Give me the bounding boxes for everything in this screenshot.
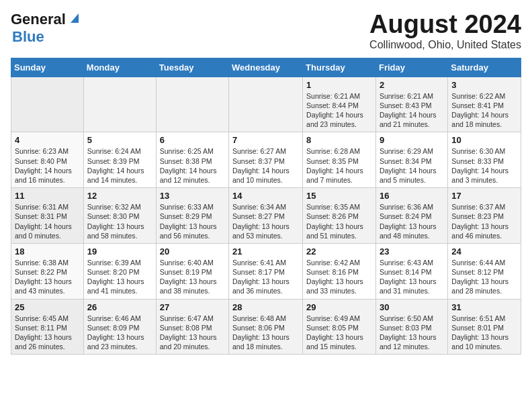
calendar-cell: 27Sunrise: 6:47 AM Sunset: 8:08 PM Dayli… — [156, 299, 228, 355]
calendar-cell: 22Sunrise: 6:42 AM Sunset: 8:16 PM Dayli… — [303, 243, 376, 299]
day-number: 23 — [380, 246, 444, 257]
day-info: Sunrise: 6:37 AM Sunset: 8:23 PM Dayligh… — [451, 202, 517, 240]
day-info: Sunrise: 6:49 AM Sunset: 8:05 PM Dayligh… — [306, 314, 372, 352]
week-row-2: 4Sunrise: 6:23 AM Sunset: 8:40 PM Daylig… — [11, 132, 521, 188]
header-sunday: Sunday — [11, 58, 84, 77]
day-number: 25 — [15, 302, 80, 312]
day-number: 2 — [380, 80, 444, 90]
week-row-1: 1Sunrise: 6:21 AM Sunset: 8:44 PM Daylig… — [11, 77, 521, 132]
header-friday: Friday — [375, 58, 447, 77]
day-info: Sunrise: 6:23 AM Sunset: 8:40 PM Dayligh… — [15, 146, 80, 185]
calendar-cell: 4Sunrise: 6:23 AM Sunset: 8:40 PM Daylig… — [11, 132, 84, 188]
day-info: Sunrise: 6:24 AM Sunset: 8:39 PM Dayligh… — [87, 146, 152, 185]
day-number: 27 — [160, 302, 225, 312]
calendar-cell: 19Sunrise: 6:39 AM Sunset: 8:20 PM Dayli… — [83, 243, 156, 299]
calendar-cell: 16Sunrise: 6:36 AM Sunset: 8:24 PM Dayli… — [375, 188, 447, 244]
calendar-cell: 17Sunrise: 6:37 AM Sunset: 8:23 PM Dayli… — [448, 188, 521, 244]
day-number: 14 — [232, 191, 299, 201]
day-number: 5 — [87, 135, 152, 145]
day-number: 3 — [451, 80, 517, 90]
calendar-cell: 31Sunrise: 6:51 AM Sunset: 8:01 PM Dayli… — [448, 299, 521, 355]
calendar-cell: 25Sunrise: 6:45 AM Sunset: 8:11 PM Dayli… — [11, 299, 84, 355]
calendar-cell: 7Sunrise: 6:27 AM Sunset: 8:37 PM Daylig… — [229, 132, 303, 188]
day-info: Sunrise: 6:47 AM Sunset: 8:08 PM Dayligh… — [160, 314, 225, 352]
day-number: 7 — [232, 135, 299, 145]
day-info: Sunrise: 6:39 AM Sunset: 8:20 PM Dayligh… — [87, 258, 152, 296]
day-number: 11 — [15, 191, 80, 201]
week-row-4: 18Sunrise: 6:38 AM Sunset: 8:22 PM Dayli… — [11, 243, 521, 299]
calendar-subtitle: Collinwood, Ohio, United States — [369, 39, 521, 51]
day-info: Sunrise: 6:34 AM Sunset: 8:27 PM Dayligh… — [232, 202, 299, 240]
day-number: 31 — [451, 302, 517, 312]
day-number: 19 — [87, 246, 152, 257]
calendar-cell: 2Sunrise: 6:21 AM Sunset: 8:43 PM Daylig… — [375, 77, 447, 132]
day-number: 29 — [306, 302, 372, 312]
calendar-cell: 30Sunrise: 6:50 AM Sunset: 8:03 PM Dayli… — [375, 299, 447, 355]
calendar-cell: 5Sunrise: 6:24 AM Sunset: 8:39 PM Daylig… — [83, 132, 156, 188]
day-number: 4 — [15, 135, 80, 145]
day-info: Sunrise: 6:25 AM Sunset: 8:38 PM Dayligh… — [160, 146, 225, 185]
logo: General Blue — [11, 11, 81, 46]
day-info: Sunrise: 6:27 AM Sunset: 8:37 PM Dayligh… — [232, 146, 299, 185]
day-info: Sunrise: 6:45 AM Sunset: 8:11 PM Dayligh… — [15, 314, 80, 352]
day-info: Sunrise: 6:29 AM Sunset: 8:34 PM Dayligh… — [380, 146, 444, 185]
calendar-cell — [11, 77, 84, 132]
calendar-cell: 13Sunrise: 6:33 AM Sunset: 8:29 PM Dayli… — [156, 188, 228, 244]
calendar-cell: 23Sunrise: 6:43 AM Sunset: 8:14 PM Dayli… — [375, 243, 447, 299]
day-info: Sunrise: 6:30 AM Sunset: 8:33 PM Dayligh… — [451, 146, 517, 185]
header-row: SundayMondayTuesdayWednesdayThursdayFrid… — [11, 58, 521, 77]
calendar-cell: 12Sunrise: 6:32 AM Sunset: 8:30 PM Dayli… — [83, 188, 156, 244]
day-number: 9 — [380, 135, 444, 145]
calendar-cell — [83, 77, 156, 132]
logo-icon — [66, 11, 81, 26]
day-info: Sunrise: 6:28 AM Sunset: 8:35 PM Dayligh… — [306, 146, 372, 185]
day-number: 1 — [306, 80, 372, 90]
day-number: 6 — [160, 135, 225, 145]
header-saturday: Saturday — [448, 58, 521, 77]
day-info: Sunrise: 6:40 AM Sunset: 8:19 PM Dayligh… — [160, 258, 225, 296]
day-info: Sunrise: 6:31 AM Sunset: 8:31 PM Dayligh… — [15, 202, 80, 240]
header-monday: Monday — [83, 58, 156, 77]
calendar-title: August 2024 — [369, 11, 521, 39]
day-number: 30 — [380, 302, 444, 312]
day-number: 13 — [160, 191, 225, 201]
day-number: 28 — [232, 302, 299, 312]
page-header: General Blue August 2024 Collinwood, Ohi… — [11, 11, 521, 51]
calendar-cell: 10Sunrise: 6:30 AM Sunset: 8:33 PM Dayli… — [448, 132, 521, 188]
day-number: 22 — [306, 246, 372, 257]
day-number: 15 — [306, 191, 372, 201]
calendar-cell: 3Sunrise: 6:22 AM Sunset: 8:41 PM Daylig… — [448, 77, 521, 132]
day-info: Sunrise: 6:44 AM Sunset: 8:12 PM Dayligh… — [451, 258, 517, 296]
calendar-cell: 1Sunrise: 6:21 AM Sunset: 8:44 PM Daylig… — [303, 77, 376, 132]
svg-marker-0 — [71, 13, 79, 23]
day-info: Sunrise: 6:46 AM Sunset: 8:09 PM Dayligh… — [87, 314, 152, 352]
week-row-5: 25Sunrise: 6:45 AM Sunset: 8:11 PM Dayli… — [11, 299, 521, 355]
calendar-cell: 24Sunrise: 6:44 AM Sunset: 8:12 PM Dayli… — [448, 243, 521, 299]
logo-text-blue: Blue — [12, 28, 44, 45]
day-info: Sunrise: 6:43 AM Sunset: 8:14 PM Dayligh… — [380, 258, 444, 296]
calendar-table: SundayMondayTuesdayWednesdayThursdayFrid… — [11, 58, 521, 355]
day-info: Sunrise: 6:41 AM Sunset: 8:17 PM Dayligh… — [232, 258, 299, 296]
day-info: Sunrise: 6:42 AM Sunset: 8:16 PM Dayligh… — [306, 258, 372, 296]
day-info: Sunrise: 6:33 AM Sunset: 8:29 PM Dayligh… — [160, 202, 225, 240]
calendar-cell: 15Sunrise: 6:35 AM Sunset: 8:26 PM Dayli… — [303, 188, 376, 244]
title-section: August 2024 Collinwood, Ohio, United Sta… — [369, 11, 521, 51]
calendar-cell: 26Sunrise: 6:46 AM Sunset: 8:09 PM Dayli… — [83, 299, 156, 355]
calendar-cell — [229, 77, 303, 132]
calendar-cell: 21Sunrise: 6:41 AM Sunset: 8:17 PM Dayli… — [229, 243, 303, 299]
day-number: 8 — [306, 135, 372, 145]
day-info: Sunrise: 6:21 AM Sunset: 8:43 PM Dayligh… — [380, 91, 444, 130]
day-info: Sunrise: 6:21 AM Sunset: 8:44 PM Dayligh… — [306, 91, 372, 130]
day-number: 24 — [451, 246, 517, 257]
day-number: 17 — [451, 191, 517, 201]
header-thursday: Thursday — [303, 58, 376, 77]
logo-text-general: General — [11, 11, 66, 28]
calendar-cell: 14Sunrise: 6:34 AM Sunset: 8:27 PM Dayli… — [229, 188, 303, 244]
day-number: 10 — [451, 135, 517, 145]
calendar-cell: 18Sunrise: 6:38 AM Sunset: 8:22 PM Dayli… — [11, 243, 84, 299]
day-info: Sunrise: 6:32 AM Sunset: 8:30 PM Dayligh… — [87, 202, 152, 240]
day-info: Sunrise: 6:51 AM Sunset: 8:01 PM Dayligh… — [451, 314, 517, 352]
day-number: 18 — [15, 246, 80, 257]
day-info: Sunrise: 6:38 AM Sunset: 8:22 PM Dayligh… — [15, 258, 80, 296]
day-info: Sunrise: 6:22 AM Sunset: 8:41 PM Dayligh… — [451, 91, 517, 130]
